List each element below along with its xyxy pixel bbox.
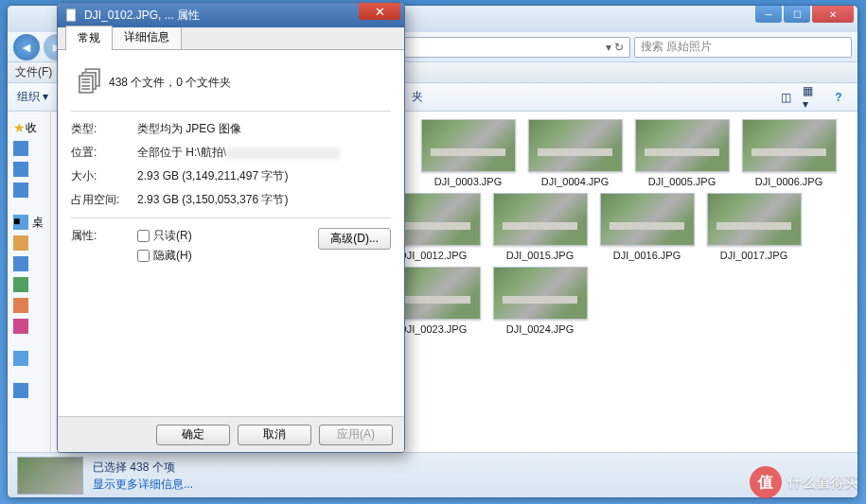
label-size: 大小: <box>71 168 137 184</box>
label-attributes: 属性: <box>71 228 137 244</box>
music-icon[interactable] <box>13 319 28 334</box>
ok-button[interactable]: 确定 <box>156 425 230 445</box>
nav-back-button[interactable]: ◄ <box>13 34 40 61</box>
thumbnail-image <box>600 193 695 246</box>
help-icon[interactable]: ? <box>829 88 848 107</box>
file-thumb[interactable]: DJI_0015.JPG <box>490 193 590 261</box>
thumbnail-image <box>707 193 802 246</box>
hidden-checkbox[interactable] <box>137 250 150 262</box>
file-count-summary: 438 个文件，0 个文件夹 <box>109 63 391 91</box>
file-thumb[interactable]: DJI_0004.JPG <box>525 119 625 187</box>
homegroup-icon[interactable] <box>13 351 28 366</box>
sidebar-favorites[interactable]: ★收 <box>8 117 50 138</box>
library-icon[interactable] <box>13 235 28 251</box>
value-type: 类型均为 JPEG 图像 <box>137 121 391 137</box>
statusbar: 已选择 438 个项 显示更多详细信息... <box>8 452 857 497</box>
file-name: DJI_0006.JPG <box>755 176 823 187</box>
file-name: DJI_0024.JPG <box>506 323 574 335</box>
properties-dialog: DJI_0102.JPG, ... 属性 ✕ 常规 详细信息 🗐 438 个文件… <box>57 2 405 453</box>
file-thumb[interactable]: DJI_0005.JPG <box>632 119 732 187</box>
value-location: 全部位于 H:\航拍\ <box>137 145 391 161</box>
file-name: DJI_0012.JPG <box>399 250 468 261</box>
preview-pane-icon[interactable]: ◫ <box>776 88 795 107</box>
watermark: 值 什么值得买 <box>750 466 858 498</box>
dialog-footer: 确定 取消 应用(A) <box>58 416 404 452</box>
status-selected-count: 已选择 438 个项 <box>93 459 193 476</box>
sidebar: ★收 ■桌 <box>8 112 51 473</box>
minimize-button[interactable]: ─ <box>755 6 782 23</box>
value-size: 2.93 GB (3,149,211,497 字节) <box>137 168 391 184</box>
hidden-label: 隐藏(H) <box>153 248 192 264</box>
thumbnail-image <box>742 119 837 172</box>
label-sizeondisk: 占用空间: <box>71 192 137 208</box>
file-thumb[interactable]: DJI_0017.JPG <box>704 193 804 261</box>
tab-general[interactable]: 常规 <box>65 26 113 50</box>
desktop-icon[interactable]: ■ <box>13 215 28 230</box>
cancel-button[interactable]: 取消 <box>238 425 311 445</box>
files-stack-icon: 🗐 <box>71 63 109 101</box>
file-icon <box>65 9 79 22</box>
file-thumb[interactable]: DJI_0016.JPG <box>597 193 697 261</box>
thumbnail-image <box>421 119 516 172</box>
file-name: DJI_0023.JPG <box>399 323 468 335</box>
apply-button[interactable]: 应用(A) <box>319 425 393 445</box>
search-placeholder: 搜索 原始照片 <box>641 39 712 55</box>
generic-folder-icon[interactable] <box>13 141 28 156</box>
file-thumb[interactable]: DJI_0006.JPG <box>739 119 839 187</box>
dialog-title: DJI_0102.JPG, ... 属性 <box>84 8 200 24</box>
file-name: DJI_0005.JPG <box>648 176 716 187</box>
maximize-button[interactable]: ☐ <box>784 6 810 23</box>
dialog-close-button[interactable]: ✕ <box>359 3 400 20</box>
file-name: DJI_0015.JPG <box>506 250 574 261</box>
redacted-path <box>226 148 340 159</box>
star-icon: ★ <box>13 120 26 135</box>
search-input[interactable]: 搜索 原始照片 <box>634 37 852 58</box>
file-thumb[interactable]: DJI_0003.JPG <box>418 119 518 187</box>
advanced-button[interactable]: 高级(D)... <box>318 228 391 250</box>
thumbnail-image <box>493 267 588 320</box>
status-thumbnail <box>17 457 83 495</box>
videos-icon[interactable] <box>13 256 28 271</box>
status-more-link[interactable]: 显示更多详细信息... <box>93 476 193 493</box>
watermark-badge: 值 <box>750 466 782 498</box>
dialog-tabs: 常规 详细信息 <box>58 27 404 50</box>
view-options-icon[interactable]: ▦ ▾ <box>803 88 822 107</box>
pictures-icon[interactable] <box>13 277 28 292</box>
file-name: DJI_0004.JPG <box>541 176 610 187</box>
file-name: DJI_0017.JPG <box>720 250 788 261</box>
file-name: DJI_0003.JPG <box>434 176 503 187</box>
dialog-titlebar: DJI_0102.JPG, ... 属性 ✕ <box>58 3 404 27</box>
value-sizeondisk: 2.93 GB (3,150,053,376 字节) <box>137 192 391 208</box>
readonly-label: 只读(R) <box>153 228 192 244</box>
toolbar-organize[interactable]: 组织 ▾ <box>17 89 48 105</box>
thumbnail-image <box>493 193 588 246</box>
thumbnail-image <box>635 119 730 172</box>
file-thumb[interactable]: DJI_0024.JPG <box>490 267 590 335</box>
thumbnail-image <box>528 119 623 172</box>
label-type: 类型: <box>71 121 137 137</box>
documents-icon[interactable] <box>13 298 28 313</box>
generic-folder-icon[interactable] <box>13 162 28 177</box>
label-location: 位置: <box>71 145 137 161</box>
readonly-checkbox[interactable] <box>137 230 150 242</box>
svg-rect-0 <box>67 9 76 21</box>
close-button[interactable]: ✕ <box>812 6 854 23</box>
menu-file[interactable]: 文件(F) <box>15 64 52 80</box>
tab-details[interactable]: 详细信息 <box>112 25 182 49</box>
file-name: DJI_0016.JPG <box>613 250 681 261</box>
computer-icon[interactable] <box>13 383 28 398</box>
generic-folder-icon[interactable] <box>13 182 28 198</box>
toolbar-folder-header: 夹 <box>412 89 423 105</box>
watermark-text: 什么值得买 <box>787 474 858 492</box>
dialog-body: 🗐 438 个文件，0 个文件夹 类型:类型均为 JPEG 图像 位置:全部位于… <box>58 50 404 417</box>
